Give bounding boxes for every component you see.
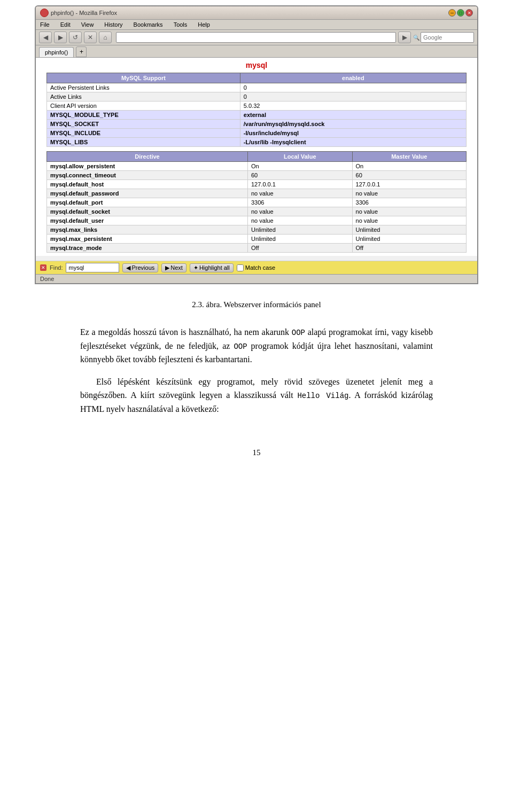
table-row: Client API version 5.0.32: [47, 102, 467, 111]
next-label: Next: [170, 264, 183, 271]
back-button[interactable]: ◀: [39, 32, 52, 43]
maximize-button[interactable]: □: [457, 9, 464, 17]
table-row: MYSQL_SOCKET /var/run/mysqld/mysqld.sock: [47, 120, 467, 129]
table-row: mysql.default_password no value no value: [47, 189, 467, 198]
master-value: no value: [352, 216, 466, 225]
figure-caption: 2.3. ábra. Webszerver információs panel: [80, 300, 433, 309]
paragraph-1: Ez a megoldás hosszú távon is használhat…: [80, 325, 433, 366]
directive-name: mysql.connect_timeout: [47, 171, 248, 180]
row-value: -L/usr/lib -lmysqlclient: [240, 138, 466, 147]
row-label: Client API version: [47, 102, 240, 111]
row-label: MYSQL_MODULE_TYPE: [47, 111, 240, 120]
master-value: no value: [352, 207, 466, 216]
phpinfo-page: mysql MySQL Support enabled Active Persi…: [36, 58, 477, 256]
table-row: MYSQL_INCLUDE -I/usr/include/mysql: [47, 129, 467, 138]
phpinfo-main-table: MySQL Support enabled Active Persistent …: [46, 73, 467, 147]
col-header-value: enabled: [240, 73, 466, 83]
window-title: phpinfo() - Mozilla Firefox: [51, 10, 117, 16]
table-row: mysql.max_links Unlimited Unlimited: [47, 225, 467, 235]
directive-name: mysql.default_host: [47, 180, 248, 189]
phpinfo-table-container: mysql MySQL Support enabled Active Persi…: [36, 58, 477, 256]
paragraph-2: Első lépésként készítsünk egy programot,…: [80, 375, 433, 416]
directive-name: mysql.default_user: [47, 216, 248, 225]
local-value: Off: [247, 244, 352, 253]
master-value: On: [352, 162, 466, 171]
stop-button[interactable]: ✕: [84, 32, 97, 43]
table-row: mysql.trace_mode Off Off: [47, 244, 467, 253]
directive-name: mysql.max_persistent: [47, 235, 248, 244]
menu-bookmarks[interactable]: Bookmarks: [131, 21, 165, 28]
forward-button[interactable]: ▶: [54, 32, 67, 43]
row-value: -I/usr/include/mysql: [240, 129, 466, 138]
row-value: 5.0.32: [240, 102, 466, 111]
table-row: Active Links 0: [47, 92, 467, 102]
row-label: Active Links: [47, 92, 240, 102]
dir-col-master: Master Value: [352, 152, 466, 162]
row-label: MYSQL_LIBS: [47, 138, 240, 147]
directive-name: mysql.default_socket: [47, 207, 248, 216]
table-row: MYSQL_MODULE_TYPE external: [47, 111, 467, 120]
dir-col-directive: Directive: [47, 152, 248, 162]
menu-view[interactable]: View: [79, 21, 96, 28]
code-oop2: OOP: [234, 342, 247, 351]
minimize-button[interactable]: ─: [448, 9, 456, 17]
close-button[interactable]: ✕: [465, 9, 473, 17]
next-button[interactable]: ▶ Next: [161, 263, 186, 272]
highlight-all-button[interactable]: ✦ Highlight all: [190, 263, 234, 272]
row-value: /var/run/mysqld/mysqld.sock: [240, 120, 466, 129]
dir-col-local: Local Value: [247, 152, 352, 162]
menu-help[interactable]: Help: [196, 21, 212, 28]
menu-history[interactable]: History: [102, 21, 125, 28]
previous-button[interactable]: ◀ Previous: [122, 263, 158, 272]
directive-name: mysql.max_links: [47, 225, 248, 235]
section-title: mysql: [46, 61, 467, 69]
tab-label: phpinfo(): [45, 49, 68, 56]
table-row: mysql.default_host 127.0.0.1 127.0.0.1: [47, 180, 467, 189]
search-container: 🔍: [413, 32, 474, 43]
tab-phpinfo[interactable]: phpinfo(): [39, 47, 74, 57]
col-header-name: MySQL Support: [47, 73, 240, 83]
go-button[interactable]: ▶: [398, 32, 411, 43]
menu-file[interactable]: File: [38, 21, 52, 28]
row-value: external: [240, 111, 466, 120]
address-bar[interactable]: [116, 32, 396, 43]
table-row: MYSQL_LIBS -L/usr/lib -lmysqlclient: [47, 138, 467, 147]
table-row: Active Persistent Links 0: [47, 83, 467, 92]
status-text: Done: [40, 276, 54, 282]
local-value: Unlimited: [247, 235, 352, 244]
menubar: File Edit View History Bookmarks Tools H…: [36, 20, 477, 30]
row-label: MYSQL_INCLUDE: [47, 129, 240, 138]
master-value: 60: [352, 171, 466, 180]
local-value: 127.0.0.1: [247, 180, 352, 189]
matchcase-checkbox[interactable]: [237, 264, 244, 271]
master-value: no value: [352, 189, 466, 198]
table-row: mysql.default_port 3306 3306: [47, 198, 467, 207]
directive-name: mysql.trace_mode: [47, 244, 248, 253]
matchcase-text: Match case: [245, 264, 275, 271]
browser-window: phpinfo() - Mozilla Firefox ─ □ ✕ File E…: [35, 5, 478, 284]
page-number: 15: [80, 448, 433, 468]
local-value: Unlimited: [247, 225, 352, 235]
find-input[interactable]: [66, 263, 119, 272]
address-bar-container: ▶: [116, 32, 411, 43]
table-row: mysql.allow_persistent On On: [47, 162, 467, 171]
status-bar: Done: [36, 274, 477, 283]
search-input[interactable]: [421, 32, 474, 43]
titlebar-left: phpinfo() - Mozilla Firefox: [40, 9, 117, 17]
home-button[interactable]: ⌂: [99, 32, 112, 43]
reload-button[interactable]: ↺: [69, 32, 82, 43]
menu-edit[interactable]: Edit: [58, 21, 73, 28]
directive-name: mysql.default_password: [47, 189, 248, 198]
matchcase-label: Match case: [237, 264, 275, 271]
local-value: no value: [247, 207, 352, 216]
prev-arrow-icon: ◀: [126, 264, 130, 271]
search-icon: 🔍: [413, 35, 419, 41]
master-value: 3306: [352, 198, 466, 207]
new-tab-button[interactable]: +: [76, 46, 87, 57]
menu-tools[interactable]: Tools: [172, 21, 190, 28]
close-icon: ✕: [41, 265, 45, 270]
row-value: 0: [240, 92, 466, 102]
find-close-button[interactable]: ✕: [40, 264, 46, 271]
tabs-bar: phpinfo() +: [36, 45, 477, 58]
phpinfo-directives-table: Directive Local Value Master Value mysql…: [46, 151, 467, 253]
